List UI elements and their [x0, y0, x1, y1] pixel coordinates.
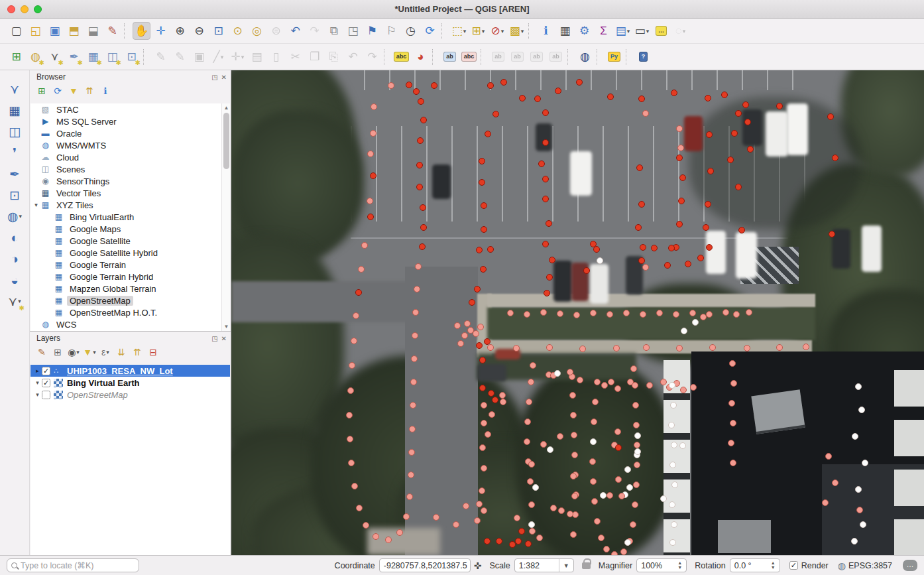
render-checkbox[interactable]: ✓: [789, 561, 798, 570]
browser-item-wms-wmts[interactable]: ◍WMS/WMTS: [30, 139, 221, 151]
browser-float-icon[interactable]: ◳: [211, 74, 217, 81]
messages-icon[interactable]: …: [903, 560, 917, 571]
crs-status[interactable]: EPSG:3857: [848, 561, 892, 570]
browser-item-sensorthings[interactable]: ◉SensorThings: [30, 175, 221, 187]
new-shapefile-layer-button[interactable]: ⋎✱: [46, 48, 64, 66]
zoom-to-selection-button[interactable]: ◎: [248, 22, 266, 40]
deselect-features-dropdown[interactable]: ▾: [501, 28, 504, 34]
add-delimited-text-layer-button[interactable]: ❜: [5, 143, 25, 162]
magnifier-spinner[interactable]: 100% ▲▼: [636, 558, 687, 572]
browser-item-scenes[interactable]: ◫Scenes: [30, 163, 221, 175]
open-project-button[interactable]: ◱: [27, 22, 44, 40]
add-wfs-layer-button[interactable]: ◒: [5, 270, 25, 290]
new-print-layout-button[interactable]: ⬒: [65, 22, 83, 40]
layer-row-uhip1003-resa-nw-lot[interactable]: ▸✓∴UHIP1003_RESA_NW_Lot: [30, 365, 230, 377]
properties-widget-button[interactable]: ℹ: [98, 84, 113, 98]
browser-item-google-satellite[interactable]: ▦Google Satellite: [30, 235, 221, 247]
remove-layer-button[interactable]: ⊟: [146, 345, 160, 359]
layer-visibility-checkbox[interactable]: ✓: [42, 367, 50, 375]
add-wms-layer-button[interactable]: ◐: [5, 227, 25, 247]
browser-item-openstreetmap[interactable]: ▦OpenStreetMap: [30, 294, 221, 306]
browser-item-xyz-tiles[interactable]: ▾▦XYZ Tiles: [30, 199, 221, 211]
spinner-arrows-icon[interactable]: ▲▼: [677, 561, 682, 570]
layouts-dropdown[interactable]: ▾: [627, 28, 630, 34]
open-attribute-table-button[interactable]: ▦: [556, 22, 574, 40]
add-virtual-layer-button[interactable]: ⊡: [5, 185, 25, 205]
browser-item-google-maps[interactable]: ▦Google Maps: [30, 223, 221, 235]
measure-button[interactable]: ▭▾: [633, 22, 651, 40]
mouse-position-icon[interactable]: ✜: [474, 560, 482, 571]
locator-bar[interactable]: [7, 558, 139, 572]
add-group-button[interactable]: ⊞: [50, 345, 65, 359]
layer-labeling-button[interactable]: abc: [392, 48, 410, 66]
browser-item-vector-tiles[interactable]: ▦Vector Tiles: [30, 187, 221, 199]
browser-scrollbar[interactable]: ▲ ▼: [221, 103, 230, 331]
new-spatialite-layer-button[interactable]: ✒✱: [65, 48, 83, 66]
filter-legend-dropdown[interactable]: ▾: [93, 349, 96, 355]
add-raster-layer-button[interactable]: ▦: [5, 100, 25, 120]
filter-by-expression-button[interactable]: ε▾: [98, 345, 113, 359]
add-postgis-layer-dropdown[interactable]: ▾: [19, 213, 23, 220]
layer-visibility-checkbox[interactable]: [42, 391, 50, 399]
zoom-last-button[interactable]: ↶: [286, 22, 304, 40]
measure-dropdown[interactable]: ▾: [646, 28, 650, 34]
add-postgis-layer-button[interactable]: ◍▾: [5, 206, 25, 226]
refresh-browser-button[interactable]: ⟳: [50, 84, 65, 98]
python-console-button[interactable]: Py: [605, 48, 623, 66]
scrollbar-thumb[interactable]: [223, 113, 229, 169]
add-mesh-layer-button[interactable]: ◫: [5, 121, 25, 141]
open-layer-styling-button[interactable]: ✎: [34, 345, 49, 359]
add-vector-layer-button[interactable]: ⋎: [5, 79, 25, 99]
browser-item-ms-sql-server[interactable]: ▶MS SQL Server: [30, 115, 221, 127]
map-tips-button[interactable]: …: [652, 22, 670, 40]
manage-map-themes-dropdown[interactable]: ▾: [76, 349, 80, 355]
layer-diagram-button[interactable]: ◕: [412, 48, 430, 66]
collapse-all-button[interactable]: ⇈: [130, 345, 144, 359]
collapse-all-button[interactable]: ⇈: [82, 84, 97, 98]
scroll-down-icon[interactable]: ▼: [222, 324, 231, 330]
refresh-map-button[interactable]: ⟳: [421, 22, 439, 40]
layer-row-openstreetmap[interactable]: ▾OpenStreetMap: [30, 389, 230, 401]
new-temporary-scratch-layer-button[interactable]: ▦✱: [84, 48, 102, 66]
rotation-spinner[interactable]: 0.0 ° ▲▼: [730, 558, 780, 572]
new-project-button[interactable]: ▢: [7, 22, 25, 40]
data-source-manager-button[interactable]: ⊞: [7, 48, 25, 66]
show-layout-manager-button[interactable]: ⬓: [84, 22, 102, 40]
zoom-full-button[interactable]: ⊡: [209, 22, 227, 40]
select-features-by-value-dropdown[interactable]: ▾: [482, 28, 485, 34]
browser-close-icon[interactable]: ✕: [221, 74, 227, 81]
new-virtual-layer-button[interactable]: ⊡✱: [123, 48, 141, 66]
zoom-in-button[interactable]: ⊕: [171, 22, 189, 40]
add-selected-layers-button[interactable]: ⊞: [34, 84, 49, 98]
pin-labels-button[interactable]: ab: [441, 48, 459, 66]
layer-visibility-checkbox[interactable]: ✓: [42, 379, 50, 387]
new-shapefile-layer-dropdown[interactable]: ▾: [18, 298, 21, 304]
browser-item-google-satellite-hybrid[interactable]: ▦Google Satellite Hybrid: [30, 247, 221, 259]
select-by-location-dropdown[interactable]: ▾: [521, 28, 524, 34]
browser-item-stac[interactable]: ▧STAC: [30, 103, 221, 115]
new-shapefile-layer-button[interactable]: ⋎✱▾: [5, 291, 25, 311]
expand-arrow-icon[interactable]: ▾: [32, 202, 40, 208]
add-spatialite-layer-button[interactable]: ✒: [5, 164, 25, 184]
browser-item-mapzen-global-terrain[interactable]: ▦Mapzen Global Terrain: [30, 283, 221, 294]
add-wcs-layer-button[interactable]: ◑: [5, 249, 25, 269]
new-3d-map-view-button[interactable]: ◳: [344, 22, 362, 40]
zoom-out-button[interactable]: ⊖: [190, 22, 208, 40]
expand-arrow-icon[interactable]: ▾: [33, 391, 42, 398]
style-manager-button[interactable]: ✎: [103, 22, 121, 40]
coordinate-field[interactable]: -9280757.8,5201387.5: [379, 558, 471, 572]
browser-item-cloud[interactable]: ☁Cloud: [30, 151, 221, 163]
layers-close-icon[interactable]: ✕: [221, 335, 227, 342]
new-map-view-button[interactable]: ⧉: [325, 22, 343, 40]
pan-map-button[interactable]: ✋: [133, 22, 150, 40]
map-canvas[interactable]: [231, 70, 924, 555]
layers-float-icon[interactable]: ◳: [211, 335, 217, 342]
select-by-location-button[interactable]: ▩▾: [508, 22, 526, 40]
spinner-arrows-icon[interactable]: ▲▼: [771, 561, 776, 570]
scroll-up-icon[interactable]: ▲: [222, 105, 231, 111]
pan-to-selection-button[interactable]: ✛: [152, 22, 170, 40]
expand-arrow-icon[interactable]: ▸: [33, 367, 42, 374]
select-features-by-value-button[interactable]: ⊞▾: [469, 22, 487, 40]
filter-by-expression-dropdown[interactable]: ▾: [106, 349, 109, 355]
save-project-button[interactable]: ▣: [46, 22, 64, 40]
